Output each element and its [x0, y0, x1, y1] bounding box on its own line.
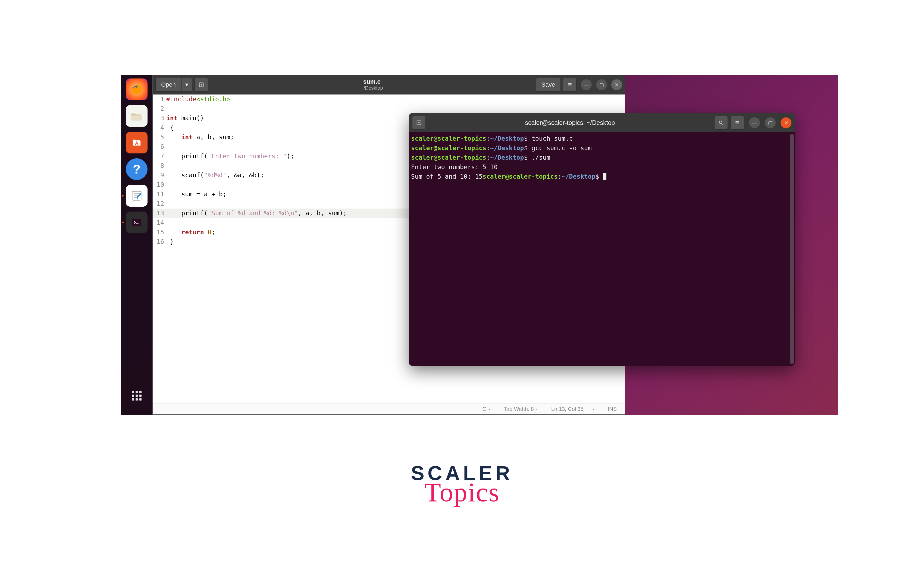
scaler-topics-logo: SCALER Topics: [411, 462, 513, 508]
terminal-icon[interactable]: [126, 211, 147, 233]
maximize-button[interactable]: ▢: [765, 117, 776, 128]
new-tab-button[interactable]: [412, 116, 426, 130]
insert-mode: INS: [608, 406, 617, 412]
terminal-headerbar: scaler@scaler-topics: ~/Desktop — ▢ ✕: [409, 113, 795, 132]
svg-rect-3: [132, 191, 141, 200]
svg-rect-4: [132, 219, 141, 226]
terminal-scrollbar[interactable]: [790, 134, 794, 364]
help-icon[interactable]: ?: [126, 158, 147, 180]
terminal-output[interactable]: scaler@scaler-topics:~/Desktop$ touch su…: [409, 132, 795, 366]
firefox-icon[interactable]: [126, 78, 147, 100]
tab-width-selector[interactable]: Tab Width: 8 ▾: [504, 406, 538, 412]
cursor-position[interactable]: Ln 13, Col 35 ▾: [551, 406, 594, 412]
gedit-statusbar: C ▾ Tab Width: 8 ▾ Ln 13, Col 35 ▾ INS: [153, 404, 625, 414]
svg-point-7: [719, 121, 722, 124]
software-icon[interactable]: A: [126, 132, 147, 153]
hamburger-menu-button[interactable]: [730, 116, 744, 130]
filename-label: sum.c: [210, 78, 534, 85]
new-tab-button[interactable]: [195, 78, 208, 91]
search-button[interactable]: [714, 116, 728, 130]
window-title: sum.c ~/Desktop: [210, 78, 534, 91]
files-icon[interactable]: [126, 105, 147, 127]
gedit-icon[interactable]: [126, 185, 147, 206]
line-number-gutter: 12345678910111213141516: [153, 94, 166, 247]
open-button[interactable]: Open: [155, 78, 182, 91]
ubuntu-desktop: A ? Open ▾ sum.c ~/Desktop Save: [121, 75, 838, 414]
language-selector[interactable]: C ▾: [482, 406, 490, 412]
minimize-button[interactable]: —: [749, 117, 760, 128]
filepath-label: ~/Desktop: [210, 85, 534, 91]
close-button[interactable]: ✕: [611, 79, 622, 90]
close-button[interactable]: ✕: [780, 117, 791, 128]
terminal-window: scaler@scaler-topics: ~/Desktop — ▢ ✕ sc…: [409, 113, 795, 366]
svg-rect-1: [131, 115, 142, 120]
terminal-title: scaler@scaler-topics: ~/Desktop: [429, 119, 711, 127]
minimize-button[interactable]: —: [581, 79, 592, 90]
logo-topics-text: Topics: [411, 477, 513, 508]
hamburger-menu-button[interactable]: [563, 78, 576, 91]
svg-text:A: A: [135, 141, 138, 146]
maximize-button[interactable]: ▢: [596, 79, 607, 90]
show-applications-button[interactable]: [126, 385, 147, 407]
gedit-headerbar: Open ▾ sum.c ~/Desktop Save — ▢ ✕: [153, 75, 625, 94]
save-button[interactable]: Save: [536, 78, 561, 91]
dock: A ?: [121, 75, 152, 414]
open-dropdown-button[interactable]: ▾: [182, 78, 192, 91]
code-content[interactable]: #include<stdio.h> int main() { int a, b,…: [166, 94, 347, 247]
